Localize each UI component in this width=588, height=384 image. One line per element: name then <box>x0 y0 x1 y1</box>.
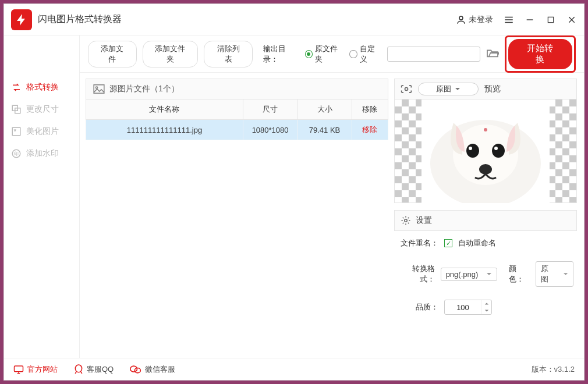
lightning-icon <box>15 13 29 27</box>
close-icon <box>567 15 576 24</box>
wechat-support-link[interactable]: 微信客服 <box>130 364 175 375</box>
radio-dot-icon <box>305 50 313 58</box>
wechat-label: 微信客服 <box>145 364 175 375</box>
clear-list-button[interactable]: 清除列表 <box>204 41 253 67</box>
settings-header: 设置 <box>394 210 577 231</box>
remove-row-button[interactable]: 移除 <box>362 125 377 134</box>
qq-support-link[interactable]: 客服QQ <box>74 364 114 375</box>
svg-point-14 <box>492 144 505 158</box>
svg-point-12 <box>453 125 518 185</box>
menu-button[interactable] <box>504 15 514 25</box>
resize-icon <box>11 104 22 115</box>
add-file-button[interactable]: 添加文件 <box>88 41 137 67</box>
col-remove: 移除 <box>352 99 388 120</box>
svg-text:印: 印 <box>14 151 19 157</box>
svg-point-23 <box>135 368 141 372</box>
close-button[interactable] <box>566 15 577 25</box>
login-label: 未登录 <box>469 15 493 25</box>
convert-icon <box>11 82 22 93</box>
wechat-icon <box>130 365 141 374</box>
sidebar-item-label: 更改尺寸 <box>26 104 59 115</box>
maximize-icon <box>547 16 555 24</box>
preview-area <box>394 99 577 203</box>
settings-title: 设置 <box>416 215 432 226</box>
preview-mode-select[interactable]: 原图 <box>418 83 479 95</box>
radio-custom-folder[interactable]: 自定义 <box>349 44 381 65</box>
svg-point-15 <box>469 147 472 150</box>
sidebar-item-label: 格式转换 <box>26 82 59 93</box>
cell-filename: 111111111111111.jpg <box>86 120 243 140</box>
qq-icon <box>74 364 83 375</box>
maximize-button[interactable] <box>546 15 556 25</box>
sidebar-item-label: 添加水印 <box>26 148 59 159</box>
step-up-button[interactable] <box>481 300 491 307</box>
image-icon <box>93 84 105 94</box>
qq-label: 客服QQ <box>87 364 114 375</box>
sidebar-item-format[interactable]: 格式转换 <box>4 76 79 98</box>
browse-folder-button[interactable] <box>486 48 499 61</box>
auto-rename-checkbox[interactable]: ✓ <box>444 239 452 247</box>
radio-label: 自定义 <box>360 44 381 65</box>
color-value: 原图 <box>541 264 555 285</box>
minimize-button[interactable] <box>525 15 535 25</box>
app-window: 闪电图片格式转换器 未登录 格式转换 <box>3 3 585 381</box>
sidebar-item-beautify[interactable]: 美化图片 <box>4 120 79 143</box>
login-button[interactable]: 未登录 <box>456 15 493 25</box>
monitor-icon <box>13 365 24 374</box>
convert-highlight: 开始转换 <box>505 35 576 73</box>
radio-label: 原文件夹 <box>315 44 343 65</box>
titlebar: 闪电图片格式转换器 未登录 <box>4 4 584 35</box>
table-row[interactable]: 111111111111111.jpg 1080*1080 79.41 KB 移… <box>86 120 388 140</box>
radio-source-folder[interactable]: 原文件夹 <box>305 44 344 65</box>
menu-icon <box>504 15 514 25</box>
sidebar-item-resize[interactable]: 更改尺寸 <box>4 98 79 120</box>
col-filename: 文件名称 <box>86 99 243 120</box>
format-label: 转换格式： <box>398 264 435 285</box>
svg-point-13 <box>466 144 479 158</box>
statusbar: 官方网站 客服QQ 微信客服 版本：v3.1.2 <box>4 358 584 380</box>
col-filesize: 大小 <box>297 99 352 120</box>
sidebar: 格式转换 更改尺寸 美化图片 印 添加水印 <box>4 35 80 358</box>
auto-rename-text: 自动重命名 <box>458 238 496 248</box>
svg-rect-1 <box>548 17 553 22</box>
quality-value: 100 <box>445 303 481 312</box>
official-website-link[interactable]: 官方网站 <box>13 364 58 375</box>
quality-label: 品质： <box>398 302 438 312</box>
step-down-button[interactable] <box>481 307 491 314</box>
file-list-pane: 源图片文件（1个） 文件名称 尺寸 大小 移除 <box>80 73 394 358</box>
svg-point-8 <box>95 87 97 88</box>
format-value: png(.png) <box>446 270 479 279</box>
output-path-input[interactable] <box>387 47 480 62</box>
format-select[interactable]: png(.png) <box>441 268 498 281</box>
radio-dot-icon <box>349 50 357 58</box>
color-select[interactable]: 原图 <box>536 261 573 287</box>
quality-stepper[interactable]: 100 <box>444 300 492 315</box>
output-dir-label: 输出目录： <box>263 44 299 65</box>
start-convert-button[interactable]: 开始转换 <box>508 39 572 69</box>
svg-point-18 <box>484 128 487 131</box>
toolbar: 添加文件 添加文件夹 清除列表 输出目录： 原文件夹 自定义 开始转换 <box>80 35 584 73</box>
version-label: 版本：v3.1.2 <box>532 364 575 375</box>
preview-label: 预览 <box>484 84 501 94</box>
chevron-up-icon <box>484 302 489 305</box>
svg-point-0 <box>459 16 463 20</box>
svg-point-22 <box>130 366 137 372</box>
col-dimensions: 尺寸 <box>243 99 297 120</box>
folder-open-icon <box>486 48 499 58</box>
color-label: 颜色： <box>509 264 529 285</box>
add-folder-button[interactable]: 添加文件夹 <box>143 41 199 67</box>
beautify-icon <box>11 126 22 137</box>
cell-dimensions: 1080*1080 <box>243 120 297 140</box>
svg-point-9 <box>405 88 408 91</box>
svg-point-21 <box>75 365 82 372</box>
svg-point-19 <box>405 219 408 222</box>
svg-rect-4 <box>12 127 20 136</box>
sidebar-item-watermark[interactable]: 印 添加水印 <box>4 143 79 165</box>
gear-icon <box>401 215 411 226</box>
app-title: 闪电图片格式转换器 <box>38 13 122 26</box>
settings-body: 文件重名： ✓ 自动重命名 转换格式： png(.png) 颜色： <box>394 231 577 322</box>
source-files-header: 源图片文件（1个） <box>86 79 388 99</box>
source-files-title: 源图片文件（1个） <box>109 84 179 94</box>
app-logo <box>11 9 32 30</box>
watermark-icon: 印 <box>11 148 22 159</box>
